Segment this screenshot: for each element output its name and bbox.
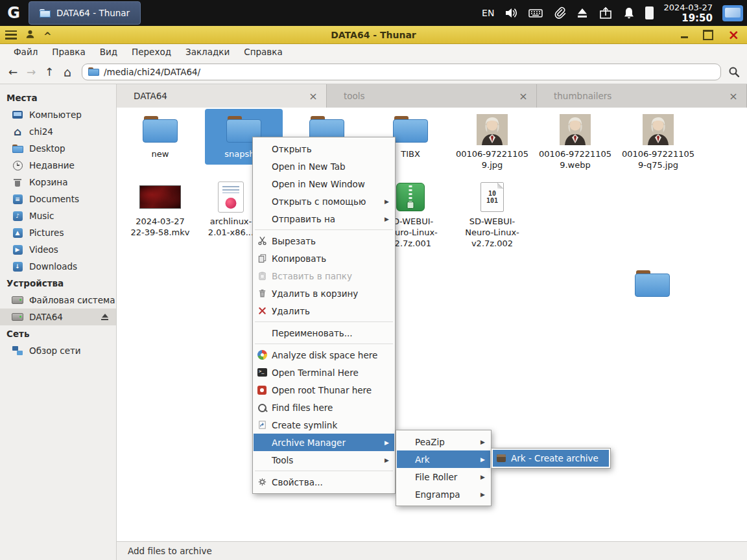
sidebar-item-videos[interactable]: ▶ Videos [0,241,116,258]
menu-item-create-symlink[interactable]: Create symlink [254,416,394,434]
close-icon[interactable] [728,90,739,102]
sidebar-item-filesystem[interactable]: Файловая система [0,292,116,309]
menu-file[interactable]: Файл [6,47,45,57]
close-button[interactable] [728,31,739,39]
indicator-icon[interactable] [645,6,654,19]
menu-item-analyze-disk-space[interactable]: Analyze disk space here [254,346,394,364]
sidebar-item-network-browse[interactable]: Обзор сети [0,342,116,359]
menu-edit[interactable]: Правка [45,47,92,57]
sidebar-item-label: Pictures [29,228,64,238]
sidebar-item-data64[interactable]: DATA64 [0,309,116,325]
search-button[interactable] [725,64,743,80]
context-menu: Открыть Open in New Tab Open in New Wind… [252,137,396,494]
menu-item-open-new-window[interactable]: Open in New Window [254,175,394,192]
file-new-folder[interactable]: new [121,113,199,159]
sidebar-item-pictures[interactable]: ▲ Pictures [0,224,116,241]
volume-icon[interactable] [504,6,518,20]
menu-item-delete[interactable]: Удалить [254,302,394,320]
package-icon[interactable] [599,6,613,20]
menu-help[interactable]: Справка [237,47,289,57]
sidebar-item-computer[interactable]: Компьютер [0,106,116,123]
sidebar-item-downloads[interactable]: ↓ Downloads [0,258,116,275]
menu-separator [255,321,393,322]
taskbar-window-button[interactable]: DATA64 - Thunar [29,1,141,25]
close-icon[interactable] [308,90,318,102]
sidebar-item-trash[interactable]: Корзина [0,174,116,191]
menu-item-open-with[interactable]: Открыть с помощью [254,192,394,210]
paperclip-icon[interactable] [553,6,566,20]
home-button[interactable] [58,64,77,80]
menu-go[interactable]: Переход [124,47,178,57]
eject-icon[interactable] [101,314,108,320]
menu-item-open-new-tab[interactable]: Open in New Tab [254,158,394,175]
sidebar-item-documents[interactable]: ≡ Documents [0,191,116,207]
video-thumbnail [139,185,181,209]
menu-item-rename[interactable]: Переименовать... [254,324,394,342]
menu-view[interactable]: Вид [93,47,124,57]
sidebar: Места Компьютер ⌂ chi24 Desktop Недавние… [0,84,117,560]
file-image-webp[interactable]: 00106-97221105 9.webp [536,113,614,170]
menu-item-open-root-thunar[interactable]: Open root Thunar here [254,381,394,399]
menu-item-properties[interactable]: Свойства... [254,473,394,491]
sidebar-item-recent[interactable]: Недавние [0,157,116,174]
distro-logo-icon[interactable]: G [0,0,27,26]
menu-item-copy[interactable]: Копировать [254,250,394,267]
submenu-arrow-icon [377,216,389,222]
path-bar[interactable]: /media/chi24/DATA64/ [82,64,721,80]
panel-date: 2024-03-27 [663,3,713,13]
clock[interactable]: 2024-03-27 19:50 [663,3,713,23]
menu-item-ark-create-archive[interactable]: Ark - Create archive [493,450,609,467]
file-7z-002[interactable]: 10 101 SD-WEBUI- Neuro-Linux- v2.7z.002 [453,180,531,249]
eject-icon[interactable] [576,6,589,19]
computer-icon [12,111,23,119]
tab-data64[interactable]: DATA64 [117,84,327,108]
folder-icon [40,9,51,18]
root-thunar-icon [257,386,267,395]
menu-item-engrampa[interactable]: Engrampa [397,485,490,503]
status-bar: Add files to archive [117,541,747,560]
menu-item-open-terminal[interactable]: Open Terminal Here [254,364,394,381]
up-button[interactable] [40,64,58,80]
sidebar-item-desktop[interactable]: Desktop [0,140,116,157]
menu-item-send-to[interactable]: Отправить на [254,210,394,228]
tab-tools[interactable]: tools [327,84,537,108]
window-controls [681,30,747,40]
file-image-jpg[interactable]: 00106-97221105 9.jpg [453,113,531,170]
menu-item-find-files[interactable]: Find files here [254,399,394,416]
menu-item-move-to-trash[interactable]: Удалить в корзину [254,285,394,302]
menu-item-open[interactable]: Открыть [254,140,394,158]
tab-thumbnailers[interactable]: thumbnailers [537,84,747,108]
file-mkv-video[interactable]: 2024-03-27 22-39-58.mkv [121,180,199,238]
paste-icon [257,271,267,281]
desktop: G DATA64 - Thunar EN [0,0,747,560]
menu-item-cut[interactable]: Вырезать [254,232,394,250]
keyboard-icon[interactable] [528,6,543,20]
keyboard-layout-indicator[interactable]: EN [482,8,494,18]
forward-button[interactable] [22,64,40,80]
menu-icon[interactable] [5,30,17,40]
sidebar-item-label: Videos [29,244,58,255]
file-folder-unlabeled[interactable] [613,267,691,301]
bell-icon[interactable] [622,6,635,20]
display-icon[interactable] [722,5,743,21]
close-icon[interactable] [518,90,528,102]
file-image-q75[interactable]: 00106-97221105 9-q75.jpg [619,113,697,170]
menu-bookmarks[interactable]: Закладки [178,47,237,57]
minimize-button[interactable] [681,31,689,39]
maximize-button[interactable] [703,30,713,40]
iso-icon [218,181,244,213]
back-button[interactable] [4,64,22,80]
sidebar-item-label: chi24 [29,126,53,137]
menu-item-tools[interactable]: Tools [254,451,394,469]
menu-item-peazip[interactable]: PeaZip [397,433,490,450]
window-titlebar[interactable]: DATA64 - Thunar [0,26,747,44]
sidebar-item-music[interactable]: ♪ Music [0,207,116,224]
sidebar-item-home[interactable]: ⌂ chi24 [0,123,116,140]
menu-item-archive-manager[interactable]: Archive Manager [254,434,394,451]
tab-label: thumbnailers [554,91,728,101]
up-icon[interactable] [43,29,52,41]
menu-item-ark[interactable]: Ark [397,450,490,468]
tab-label: DATA64 [134,91,308,101]
menu-item-file-roller[interactable]: File Roller [397,468,490,485]
user-icon[interactable] [25,29,36,41]
